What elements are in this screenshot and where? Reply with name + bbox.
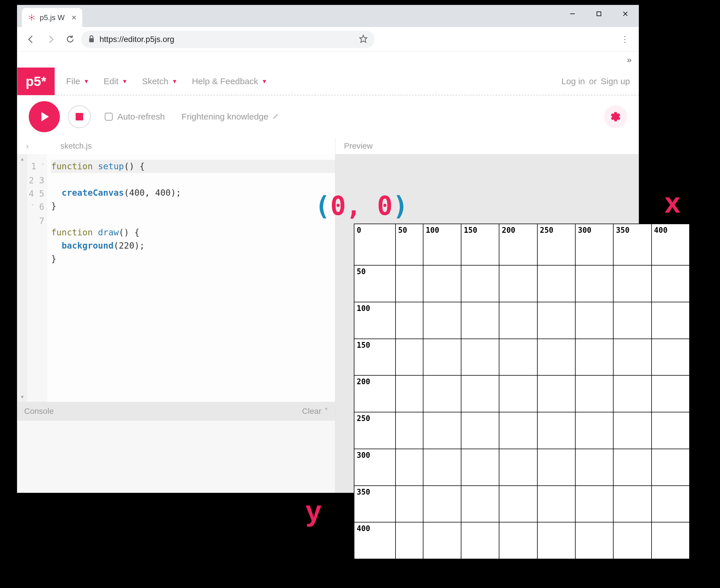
grid-cell: 200 bbox=[499, 224, 537, 265]
fold-icon[interactable]: ˅ bbox=[41, 160, 44, 173]
filename-label[interactable]: sketch.js bbox=[60, 141, 92, 151]
grid-cell: 50 bbox=[396, 224, 423, 265]
line-num: 6 bbox=[39, 202, 44, 212]
console-header: Console Clear ˅ bbox=[17, 402, 335, 421]
grid-cell: 350 bbox=[354, 486, 396, 523]
auth-links: Log in or Sign up bbox=[561, 77, 630, 86]
bookmarks-overflow-row: » bbox=[17, 52, 639, 68]
code-token: () { bbox=[119, 227, 140, 237]
window-controls bbox=[559, 5, 639, 22]
stop-button[interactable] bbox=[68, 105, 91, 128]
settings-button[interactable] bbox=[604, 105, 627, 128]
preview-label: Preview bbox=[335, 138, 639, 154]
code-token: } bbox=[51, 254, 56, 264]
p5-header: p5* File▼ Edit▼ Sketch▼ Help & Feedback▼… bbox=[17, 68, 639, 96]
origin-zero: 0 bbox=[377, 191, 393, 221]
grid-cell: 350 bbox=[613, 224, 651, 265]
sketch-name[interactable]: Frightening knowledge bbox=[181, 112, 279, 122]
sketch-name-text: Frightening knowledge bbox=[181, 112, 268, 122]
p5-logo[interactable]: p5* bbox=[17, 67, 55, 95]
browser-menu-button[interactable]: ⋮ bbox=[616, 35, 634, 44]
y-axis-label: y bbox=[305, 494, 322, 527]
scroll-up-icon[interactable]: ▴ bbox=[21, 156, 24, 162]
fold-icon[interactable]: ˅ bbox=[31, 200, 34, 213]
line-num: 2 bbox=[29, 175, 34, 185]
svg-rect-3 bbox=[29, 16, 31, 17]
auto-refresh-label: Auto-refresh bbox=[117, 112, 165, 122]
grid-cell: 400 bbox=[652, 224, 689, 265]
bookmark-star-icon[interactable] bbox=[359, 35, 367, 44]
menu-sketch[interactable]: Sketch▼ bbox=[142, 77, 178, 86]
paren-close: ) bbox=[393, 191, 408, 221]
close-window-button[interactable] bbox=[612, 5, 639, 22]
browser-titlebar: p5.js W × bbox=[17, 5, 639, 27]
p5-favicon-icon bbox=[27, 14, 36, 22]
console-label: Console bbox=[24, 407, 54, 416]
back-button[interactable] bbox=[22, 31, 40, 48]
address-bar[interactable]: https://editor.p5js.org bbox=[81, 31, 375, 48]
x-axis-label: x bbox=[664, 186, 681, 219]
checkbox-icon bbox=[105, 113, 113, 121]
grid-row: 200 bbox=[354, 375, 689, 412]
reload-button[interactable] bbox=[62, 31, 79, 48]
tab-title: p5.js W bbox=[40, 13, 67, 22]
grid-cell: 150 bbox=[461, 224, 499, 265]
grid-row: 50 bbox=[354, 265, 689, 302]
grid-cell: 250 bbox=[537, 224, 575, 265]
coordinate-grid-table: 0 50 100 150 200 250 300 350 400 50 100 … bbox=[354, 224, 690, 559]
svg-point-0 bbox=[31, 17, 33, 18]
menu-file[interactable]: File▼ bbox=[66, 77, 89, 86]
menu-help[interactable]: Help & Feedback▼ bbox=[192, 77, 267, 86]
file-tab-row: › sketch.js bbox=[17, 138, 335, 154]
svg-rect-6 bbox=[33, 16, 35, 17]
svg-rect-11 bbox=[89, 38, 94, 42]
scroll-down-icon[interactable]: ▾ bbox=[21, 394, 24, 400]
svg-rect-4 bbox=[33, 18, 35, 20]
login-link[interactable]: Log in bbox=[561, 77, 585, 86]
code-token: function bbox=[51, 227, 98, 237]
play-icon bbox=[38, 110, 51, 123]
sidebar-expand-icon[interactable]: › bbox=[26, 141, 29, 151]
grid-row: 400 bbox=[354, 522, 689, 559]
line-num: 5 bbox=[39, 189, 44, 198]
code-editor[interactable]: ▴ ▾ 1 ˅ 2 3 4 5 ˅ 6 7 function setup() {… bbox=[17, 154, 335, 402]
grid-row: 300 bbox=[354, 449, 689, 486]
grid-row: 350 bbox=[354, 486, 689, 523]
svg-marker-13 bbox=[41, 112, 49, 121]
origin-comma: , bbox=[346, 191, 361, 221]
menu-sketch-label: Sketch bbox=[142, 77, 168, 86]
svg-marker-12 bbox=[360, 35, 367, 42]
menu-help-label: Help & Feedback bbox=[192, 77, 258, 86]
minimize-button[interactable] bbox=[559, 5, 586, 22]
grid-cell: 100 bbox=[423, 224, 461, 265]
svg-rect-2 bbox=[31, 19, 32, 21]
code-token bbox=[51, 240, 62, 251]
line-num: 3 bbox=[39, 175, 44, 185]
origin-zero: 0 bbox=[330, 191, 346, 221]
menu-edit[interactable]: Edit▼ bbox=[103, 77, 128, 86]
chevron-down-icon: ˅ bbox=[324, 407, 328, 416]
maximize-button[interactable] bbox=[586, 5, 612, 22]
auto-refresh-toggle[interactable]: Auto-refresh bbox=[105, 112, 165, 122]
origin-annotation: (0, 0) bbox=[315, 191, 408, 221]
overflow-chevrons-icon[interactable]: » bbox=[627, 55, 632, 65]
code-token: () { bbox=[124, 161, 145, 171]
console-clear-button[interactable]: Clear ˅ bbox=[302, 407, 328, 416]
code-text[interactable]: function setup() { createCanvas(400, 400… bbox=[47, 154, 335, 402]
caret-down-icon: ▼ bbox=[172, 78, 178, 85]
line-num: 4 bbox=[29, 189, 34, 198]
pencil-icon bbox=[273, 112, 279, 122]
run-button[interactable] bbox=[29, 101, 60, 132]
paren-open: ( bbox=[315, 191, 330, 221]
forward-button[interactable] bbox=[42, 31, 59, 48]
clear-label: Clear bbox=[302, 407, 321, 416]
caret-down-icon: ▼ bbox=[261, 78, 267, 85]
caret-down-icon: ▼ bbox=[122, 78, 128, 85]
auth-or: or bbox=[589, 77, 597, 86]
code-token: setup bbox=[98, 161, 124, 171]
line-number-gutter: 1 ˅ 2 3 4 5 ˅ 6 7 bbox=[27, 154, 47, 402]
signup-link[interactable]: Sign up bbox=[601, 77, 630, 86]
browser-tab[interactable]: p5.js W × bbox=[22, 8, 82, 27]
grid-cell: 100 bbox=[354, 302, 396, 339]
tab-close-icon[interactable]: × bbox=[71, 13, 77, 22]
